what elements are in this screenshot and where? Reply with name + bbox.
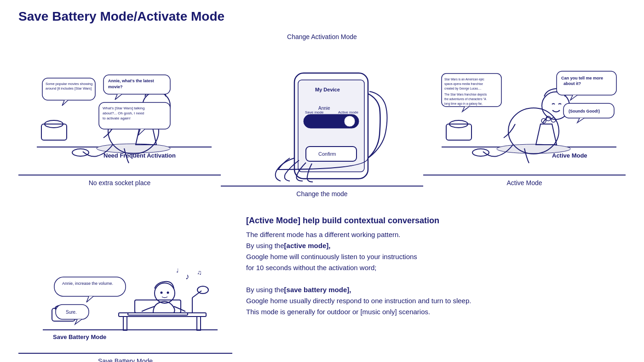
para1-prefix: By using the bbox=[246, 242, 284, 249]
top-row: Some popular movies showing around [it i… bbox=[18, 33, 626, 198]
illus-box-3: Star Wars is an American epic space-oper… bbox=[423, 33, 626, 175]
svg-point-30 bbox=[344, 116, 355, 127]
illus-svg-4: ♪ ♫ ♩ Annie, increase the volume. Sure. bbox=[29, 259, 222, 351]
svg-text:Some popular movies showing: Some popular movies showing bbox=[46, 82, 92, 86]
svg-point-39 bbox=[472, 149, 489, 156]
page-title: Save Battery Mode/Activate Mode bbox=[18, 9, 626, 24]
para2-line1: By using the[save battery mode], bbox=[246, 284, 626, 295]
svg-text:movie?: movie? bbox=[108, 85, 123, 89]
svg-text:♩: ♩ bbox=[176, 267, 179, 274]
illus-svg-2: My Device Annie Save mode Active mode Co… bbox=[244, 48, 400, 183]
caption-save-battery: Save Battery Mode bbox=[98, 357, 153, 362]
svg-text:about it?: about it? bbox=[564, 81, 581, 86]
svg-point-8 bbox=[72, 149, 89, 156]
para1-line1: The different mode has a different worki… bbox=[246, 229, 626, 240]
svg-text:about?... Oh gosh, I need: about?... Oh gosh, I need bbox=[103, 111, 144, 115]
illus-box-1: Some popular movies showing around [it i… bbox=[18, 33, 221, 175]
svg-text:♪: ♪ bbox=[185, 272, 190, 281]
svg-point-1 bbox=[97, 144, 170, 153]
panel-active-mode: Star Wars is an American epic space-oper… bbox=[423, 33, 626, 198]
caption-frequent: No extra socket place bbox=[89, 179, 151, 187]
svg-text:created by George Lucas....: created by George Lucas.... bbox=[444, 87, 481, 90]
svg-text:Can you tell me more: Can you tell me more bbox=[561, 76, 603, 80]
para1-line3: Google home will continuously listen to … bbox=[246, 251, 626, 262]
svg-text:My Device: My Device bbox=[315, 87, 340, 92]
text-body: The different mode has a different worki… bbox=[246, 229, 626, 317]
panel-frequent-activation: Some popular movies showing around [it i… bbox=[18, 33, 221, 198]
svg-text:What's [Star Wars] talking: What's [Star Wars] talking bbox=[103, 106, 144, 110]
svg-point-65 bbox=[197, 286, 208, 294]
para1-bold: [active mode], bbox=[284, 242, 331, 249]
svg-rect-59 bbox=[123, 317, 127, 330]
illus-svg-1: Some popular movies showing around [it i… bbox=[23, 34, 216, 172]
svg-rect-35 bbox=[446, 124, 472, 140]
caption-active-mode: Active Mode bbox=[506, 179, 542, 187]
para2-line2: Google home usually directly respond to … bbox=[246, 295, 626, 306]
para2-line3: This mode is generally for outdoor or [m… bbox=[246, 306, 626, 317]
illus-svg-3: Star Wars is an American epic space-oper… bbox=[428, 34, 621, 172]
caption-change-mode: Change the mode bbox=[296, 190, 347, 198]
para2-prefix: By using the bbox=[246, 286, 284, 294]
caption-above-change: Change Activation Mode bbox=[287, 33, 357, 40]
svg-text:Annie, increase the volume.: Annie, increase the volume. bbox=[62, 281, 113, 286]
heading-text: [Active Mode] help build contextual conv… bbox=[246, 216, 439, 225]
panel-change-mode: Change Activation Mode My Device Annie S… bbox=[221, 33, 423, 198]
svg-point-67 bbox=[160, 292, 162, 294]
illus-box-4: ♪ ♫ ♩ Annie, increase the volume. Sure. bbox=[18, 211, 232, 354]
svg-text:Save mode: Save mode bbox=[305, 110, 324, 114]
svg-line-64 bbox=[192, 291, 201, 298]
svg-text:space-opera media franchise: space-opera media franchise bbox=[444, 82, 483, 86]
svg-point-42 bbox=[551, 118, 556, 122]
svg-text:Save Battery Mode: Save Battery Mode bbox=[53, 334, 106, 340]
svg-rect-60 bbox=[197, 317, 201, 330]
svg-text:Star Wars is an American epic: Star Wars is an American epic bbox=[444, 78, 485, 81]
svg-point-68 bbox=[167, 292, 169, 294]
text-section: [Active Mode] help build contextual conv… bbox=[232, 211, 626, 362]
svg-text:around [it includes [Star Wars: around [it includes [Star Wars] bbox=[46, 86, 92, 90]
panel-save-battery: ♪ ♫ ♩ Annie, increase the volume. Sure. bbox=[18, 211, 232, 362]
svg-text:Confirm: Confirm bbox=[318, 151, 336, 157]
svg-text:Active mode: Active mode bbox=[338, 110, 359, 114]
para2-bold: [save battery mode], bbox=[284, 286, 351, 294]
svg-rect-2 bbox=[41, 124, 67, 140]
svg-rect-62 bbox=[128, 313, 188, 315]
bottom-row: ♪ ♫ ♩ Annie, increase the volume. Sure. bbox=[18, 211, 626, 362]
svg-text:long time ago in a galaxy far,: long time ago in a galaxy far, bbox=[444, 102, 483, 106]
svg-text:Sure.: Sure. bbox=[66, 310, 77, 315]
svg-text:♫: ♫ bbox=[197, 269, 202, 276]
page-container: Save Battery Mode/Activate Mode bbox=[0, 0, 644, 362]
illus-box-2: My Device Annie Save mode Active mode Co… bbox=[221, 44, 423, 187]
para1-line2: By using the[active mode], bbox=[246, 240, 626, 251]
svg-text:to activate again!: to activate again! bbox=[103, 116, 130, 120]
svg-rect-74 bbox=[54, 277, 126, 296]
svg-text:The Star Wars franchise depict: The Star Wars franchise depicts bbox=[444, 93, 487, 96]
svg-text:the adventures of characters ": the adventures of characters "A bbox=[444, 97, 486, 101]
para1-line4: for 10 seconds without the activation wo… bbox=[246, 262, 626, 273]
svg-text:Need Frequent Activation: Need Frequent Activation bbox=[104, 152, 176, 159]
svg-text:(Sounds Good!): (Sounds Good!) bbox=[569, 109, 600, 113]
svg-text:Active Mode: Active Mode bbox=[552, 152, 587, 159]
svg-text:Annie, what's the latest: Annie, what's the latest bbox=[108, 79, 154, 83]
text-heading: [Active Mode] help build contextual conv… bbox=[246, 216, 626, 226]
